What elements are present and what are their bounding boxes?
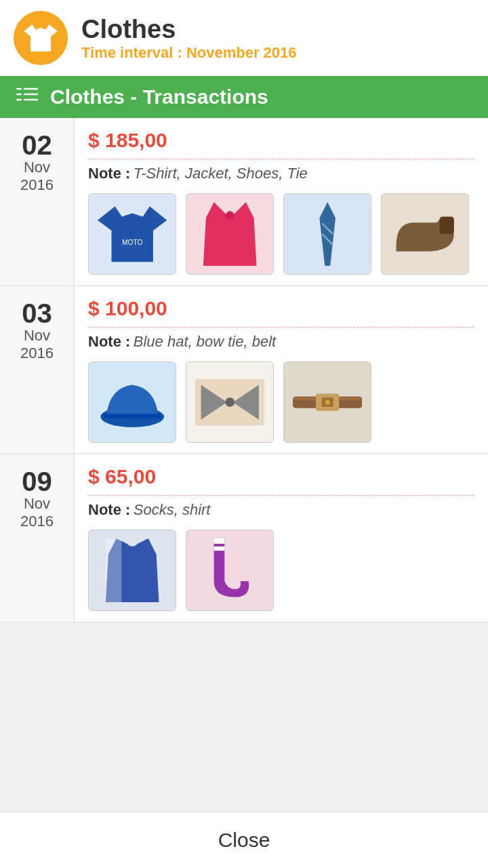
date-column: 02 Nov 2016 xyxy=(0,118,75,285)
section-bar: Clothes - Transactions xyxy=(0,76,488,118)
svg-rect-26 xyxy=(214,538,224,544)
image-shoes xyxy=(381,193,469,275)
svg-marker-0 xyxy=(24,24,58,52)
table-row: 02 Nov 2016 $ 185,00 Note : T-Shirt, Jac… xyxy=(0,118,488,286)
date-column: 03 Nov 2016 xyxy=(0,286,75,454)
image-shirt xyxy=(88,530,176,611)
date-year: 2016 xyxy=(20,344,54,362)
image-belt xyxy=(283,361,371,443)
header-text: Clothes Time interval : November 2016 xyxy=(81,15,297,62)
amount: $ 65,00 xyxy=(88,465,474,496)
amount: $ 185,00 xyxy=(88,129,474,159)
svg-rect-6 xyxy=(24,99,38,101)
note-row: Note : Socks, shirt xyxy=(88,501,474,519)
svg-rect-3 xyxy=(16,99,22,101)
detail-column: $ 65,00 Note : Socks, shirt xyxy=(75,454,488,622)
image-jacket xyxy=(186,193,274,275)
header-subtitle: Time interval : November 2016 xyxy=(81,44,297,62)
svg-rect-4 xyxy=(24,88,38,90)
image-bowtie xyxy=(186,361,274,443)
svg-rect-15 xyxy=(103,414,161,418)
image-socks xyxy=(186,530,274,611)
transactions-list: 02 Nov 2016 $ 185,00 Note : T-Shirt, Jac… xyxy=(0,118,488,812)
amount: $ 100,00 xyxy=(88,297,474,328)
images-row xyxy=(88,530,474,611)
image-hat xyxy=(88,361,176,443)
note-row: Note : Blue hat, bow tie, belt xyxy=(88,333,474,351)
svg-point-24 xyxy=(325,400,330,405)
section-bar-title: Clothes - Transactions xyxy=(50,85,268,108)
svg-rect-1 xyxy=(16,88,22,90)
image-tshirt: MOTO xyxy=(88,193,176,275)
date-day: 03 xyxy=(22,300,52,327)
svg-rect-27 xyxy=(214,547,224,551)
detail-column: $ 100,00 Note : Blue hat, bow tie, belt xyxy=(75,286,488,454)
svg-rect-5 xyxy=(24,94,38,96)
date-month: Nov xyxy=(24,327,50,344)
table-row: 09 Nov 2016 $ 65,00 Note : Socks, shirt xyxy=(0,454,488,623)
svg-rect-2 xyxy=(16,94,22,96)
date-day: 02 xyxy=(22,132,52,159)
detail-column: $ 185,00 Note : T-Shirt, Jacket, Shoes, … xyxy=(75,118,488,285)
svg-point-9 xyxy=(226,211,235,220)
svg-point-19 xyxy=(225,397,235,407)
close-bar: Close xyxy=(0,812,488,868)
close-button[interactable]: Close xyxy=(218,829,270,852)
date-month: Nov xyxy=(24,495,50,513)
date-year: 2016 xyxy=(20,176,54,194)
svg-rect-25 xyxy=(106,538,122,602)
images-row xyxy=(88,361,474,443)
table-row: 03 Nov 2016 $ 100,00 Note : Blue hat, bo… xyxy=(0,286,488,454)
svg-text:MOTO: MOTO xyxy=(122,238,143,245)
note-row: Note : T-Shirt, Jacket, Shoes, Tie xyxy=(88,165,474,182)
date-month: Nov xyxy=(24,159,50,176)
image-tie xyxy=(283,193,371,275)
svg-rect-13 xyxy=(439,216,453,234)
list-icon xyxy=(16,86,38,108)
svg-marker-7 xyxy=(98,206,167,262)
images-row: MOTO xyxy=(88,193,474,275)
date-year: 2016 xyxy=(20,513,54,530)
header: Clothes Time interval : November 2016 xyxy=(0,0,488,76)
svg-marker-10 xyxy=(319,202,336,266)
date-day: 09 xyxy=(22,468,52,495)
date-column: 09 Nov 2016 xyxy=(0,454,75,622)
header-title: Clothes xyxy=(81,15,297,44)
clothes-icon xyxy=(14,11,68,65)
